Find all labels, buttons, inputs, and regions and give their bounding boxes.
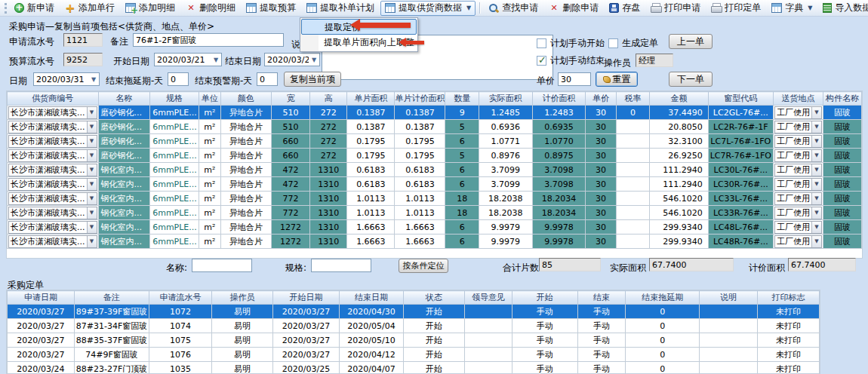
order-row-cell-apply-date[interactable]: 2020/03/27: [8, 348, 75, 362]
detail-row-cell-name[interactable]: 磨砂钢化...: [98, 134, 150, 149]
order-row-cell-print-flag[interactable]: 未打印: [758, 319, 820, 333]
detail-row-cell-delivery-site[interactable]: 工厂使用▼: [773, 192, 823, 206]
detail-row-cell-piece-priced-area[interactable]: 0.1795: [395, 149, 445, 163]
order-row-cell-apply-date[interactable]: 2020/03/24: [8, 362, 75, 374]
detail-row-cell-supplier-code[interactable]: 长沙市潇湘玻璃实...▼: [8, 163, 99, 177]
detail-row-cell-spec[interactable]: 6mmPLE...: [150, 163, 199, 177]
detail-row-cell-amount[interactable]: 26.9250: [650, 149, 709, 163]
detail-row-cell-priced-area[interactable]: 9.9978: [532, 220, 586, 235]
detail-row-cell-qty[interactable]: 18: [445, 206, 479, 220]
detail-row[interactable]: 长沙市潇湘玻璃实...▼磨砂钢化...6mmPLE...m²异地合片660272…: [8, 149, 862, 163]
detail-row-cell-width[interactable]: 660: [271, 134, 309, 149]
import-data-button[interactable]: 导入数据: [818, 1, 868, 16]
order-row-cell-end-delay[interactable]: 0: [626, 333, 700, 348]
delivery-site-combo[interactable]: 工厂使用▼: [774, 192, 822, 205]
detail-row-cell-width[interactable]: 772: [271, 206, 309, 220]
detail-row-cell-piece-priced-area[interactable]: 1.0113: [395, 192, 445, 206]
detail-row-cell-window-code[interactable]: LC33L-76#...: [708, 192, 773, 206]
detail-row-cell-qty[interactable]: 18: [445, 192, 479, 206]
order-row-cell-print-flag[interactable]: 未打印: [758, 333, 820, 348]
order-row-cell-apply-date[interactable]: 2020/03/27: [8, 305, 75, 319]
detail-row-cell-supplier-code[interactable]: 长沙市潇湘玻璃实...▼: [8, 106, 99, 120]
detail-row-cell-supplier-code[interactable]: 长沙市潇湘玻璃实...▼: [8, 149, 99, 163]
print-order-button[interactable]: 打印定单: [706, 1, 765, 16]
date-combo[interactable]: 2020/03/31 ▼: [33, 72, 100, 86]
detail-row-cell-actual-area[interactable]: 9.9979: [479, 220, 532, 235]
detail-row-cell-actual-area[interactable]: 1.2485: [479, 106, 532, 120]
chevron-down-icon[interactable]: ▼: [811, 107, 821, 118]
chevron-down-icon[interactable]: ▼: [87, 107, 97, 118]
detail-row-cell-amount[interactable]: 111.2940: [650, 177, 709, 192]
supplier-code-combo[interactable]: 长沙市潇湘玻璃实...▼: [8, 207, 97, 219]
order-row-cell-end[interactable]: 手动: [577, 362, 626, 374]
detail-row-cell-color[interactable]: 异地合片: [220, 177, 271, 192]
order-row-cell-leader-opinion[interactable]: [464, 333, 512, 348]
order-row-cell-end[interactable]: 手动: [577, 319, 626, 333]
detail-row[interactable]: 长沙市潇湘玻璃实...▼磨砂钢化...6mmPLE...m²异地合片510272…: [8, 120, 862, 134]
detail-row-cell-window-code[interactable]: LC48L-76#...: [708, 220, 773, 235]
order-row-cell-end-delay[interactable]: 0: [626, 319, 700, 333]
detail-row-cell-unit-price[interactable]: 30: [586, 220, 616, 235]
detail-row-cell-height[interactable]: 272: [309, 106, 346, 120]
detail-row-cell-tax-rate[interactable]: [616, 163, 650, 177]
detail-row-cell-piece-area[interactable]: 1.6663: [347, 235, 395, 249]
detail-row-cell-width[interactable]: 510: [271, 106, 309, 120]
detail-row-cell-priced-area[interactable]: 18.2034: [532, 206, 586, 220]
detail-row-cell-tax-rate[interactable]: [616, 192, 650, 206]
detail-row-cell-window-code[interactable]: LC30L-76#...: [708, 163, 773, 177]
find-application-button[interactable]: 查找申请: [484, 1, 543, 16]
order-row-cell-end-date[interactable]: 2020/05/10: [340, 333, 404, 348]
delivery-site-combo[interactable]: 工厂使用▼: [774, 221, 822, 234]
detail-row-cell-spec[interactable]: 6mmPLE...: [150, 192, 199, 206]
order-row-cell-leader-opinion[interactable]: [464, 348, 512, 362]
detail-row-cell-priced-area[interactable]: 3.7098: [532, 163, 586, 177]
delete-detail-button[interactable]: 删除明细: [181, 1, 240, 16]
chevron-down-icon[interactable]: ▼: [211, 57, 221, 63]
detail-row-cell-tax-rate[interactable]: [616, 220, 650, 235]
apply-serial-field[interactable]: [63, 33, 103, 47]
detail-row-cell-unit-price[interactable]: 30: [586, 235, 616, 249]
checkbox-icon[interactable]: [537, 56, 546, 66]
detail-row-cell-tax-rate[interactable]: [616, 134, 650, 149]
detail-row-cell-height[interactable]: 1310: [309, 177, 346, 192]
order-row-cell-end-date[interactable]: 2020/04/12: [340, 348, 404, 362]
detail-row-cell-height[interactable]: 272: [309, 149, 346, 163]
start-date-combo[interactable]: 2020/03/21 ▼: [154, 53, 222, 66]
delivery-site-combo[interactable]: 工厂使用▼: [774, 235, 822, 248]
supplier-code-combo[interactable]: 长沙市潇湘玻璃实...▼: [8, 121, 97, 133]
detail-row[interactable]: 长沙市潇湘玻璃实...▼磨砂钢化...6mmPLE...m²异地合片660272…: [8, 134, 862, 149]
detail-row[interactable]: 长沙市潇湘玻璃实...▼磨砂钢化...6mmPLE...m²异地合片510272…: [8, 106, 862, 120]
delivery-site-combo[interactable]: 工厂使用▼: [774, 135, 822, 148]
detail-row-cell-actual-area[interactable]: 18.2038: [479, 206, 532, 220]
detail-row-cell-tax-rate[interactable]: [616, 149, 650, 163]
order-row-cell-remark[interactable]: 88#35-37F窗固玻: [74, 333, 149, 348]
detail-row-cell-part-name[interactable]: 固玻: [823, 220, 861, 235]
detail-row-cell-unit-price[interactable]: 30: [586, 163, 616, 177]
supplier-code-combo[interactable]: 长沙市潇湘玻璃实...▼: [8, 106, 97, 119]
detail-row-cell-width[interactable]: 772: [271, 192, 309, 206]
detail-row-cell-priced-area[interactable]: 0.6935: [532, 120, 586, 134]
detail-row-cell-unit[interactable]: m²: [199, 120, 220, 134]
detail-row-cell-window-code[interactable]: LC30R-76#...: [708, 177, 773, 192]
supplier-code-combo[interactable]: 长沙市潇湘玻璃实...▼: [8, 164, 97, 176]
order-row-cell-note[interactable]: [700, 333, 758, 348]
detail-row-cell-unit-price[interactable]: 30: [586, 106, 616, 120]
chevron-down-icon[interactable]: ▼: [309, 57, 319, 63]
order-row-cell-start[interactable]: 手动: [512, 319, 577, 333]
detail-row-cell-delivery-site[interactable]: 工厂使用▼: [773, 106, 823, 120]
detail-row-cell-unit[interactable]: m²: [199, 177, 220, 192]
detail-row-cell-piece-area[interactable]: 0.1387: [347, 106, 395, 120]
detail-row-cell-priced-area[interactable]: 1.0770: [532, 134, 586, 149]
order-row-cell-operator[interactable]: 易明: [211, 319, 272, 333]
detail-row-cell-priced-area[interactable]: 9.9978: [532, 235, 586, 249]
detail-row-cell-unit-price[interactable]: 30: [586, 192, 616, 206]
extract-supplier-data-button[interactable]: 提取供货商数据▼: [380, 1, 476, 16]
detail-row-cell-unit-price[interactable]: 30: [586, 177, 616, 192]
detail-row-cell-part-name[interactable]: 固玻: [823, 192, 861, 206]
detail-row-cell-spec[interactable]: 6mmPLE...: [150, 220, 199, 235]
detail-row-cell-window-code[interactable]: LC2R-76#-1F: [708, 120, 773, 134]
order-row-cell-status[interactable]: 开始: [404, 362, 465, 374]
order-row-cell-remark[interactable]: 74#9F窗固玻: [74, 348, 149, 362]
detail-row-cell-spec[interactable]: 6mmPLE...: [150, 106, 199, 120]
detail-row[interactable]: 长沙市潇湘玻璃实...▼钢化室内...6mmPLE...m²异地合片472131…: [8, 177, 862, 192]
